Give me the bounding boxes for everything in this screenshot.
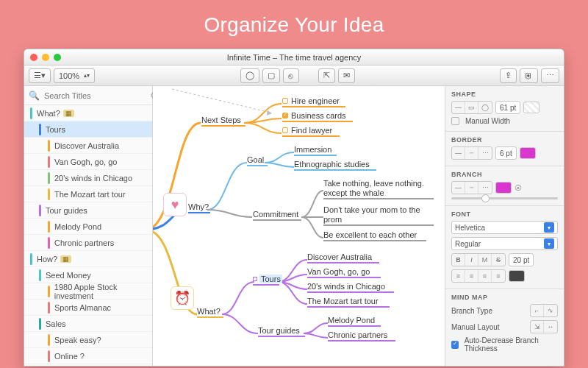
branch-reset-icon[interactable]: ⦿: [514, 184, 522, 192]
outline-row[interactable]: How?▦: [24, 251, 152, 267]
auto-thickness-label: Auto-Decrease Branch Thickness: [465, 336, 558, 353]
node-next-steps[interactable]: Next Steps: [201, 116, 245, 127]
font-color-swatch[interactable]: [509, 270, 525, 282]
node-20s[interactable]: 20's winds in Chicago: [307, 282, 394, 293]
outline-row[interactable]: Tours: [24, 121, 152, 138]
font-heading: FONT: [451, 210, 558, 218]
node-find-lawyer[interactable]: Find lawyer: [282, 126, 340, 137]
node-vangogh[interactable]: Van Gogh, go, go: [307, 267, 381, 278]
outline-row[interactable]: 20's winds in Chicago: [24, 170, 152, 186]
hero-title: Organize Your Idea: [0, 0, 588, 47]
outline-row[interactable]: Discover Australia: [24, 138, 152, 154]
minimize-icon[interactable]: [42, 54, 49, 61]
heart-icon: ♥: [163, 193, 187, 216]
border-heading: BORDER: [451, 136, 558, 144]
sidebar-toggle-button[interactable]: ☰▾: [29, 68, 51, 83]
branch-style-seg[interactable]: —┄⋯: [451, 181, 492, 194]
font-weight-select[interactable]: Regular▾: [451, 237, 558, 250]
toolbar: ☰▾ 100%▴▾ ◯ ▢ ⎋ ⇱ ✉ ⇪ ⛨ ⋯: [24, 66, 564, 86]
mindmap-heading: MIND MAP: [451, 294, 558, 301]
outline-row[interactable]: 1980 Apple Stock investment: [24, 283, 152, 300]
shape-style-seg[interactable]: —▭◯: [451, 101, 492, 114]
node-take-nothing[interactable]: Take nothing, leave nothing. except the …: [323, 179, 434, 199]
outline-sidebar: 🔍 ⚙ What?▦ToursDiscover AustraliaVan Gog…: [24, 86, 153, 366]
node-ethno[interactable]: Ethnographic studies: [294, 160, 376, 171]
outline-row[interactable]: Sports Almanac: [24, 300, 152, 316]
shape-fill-swatch[interactable]: [523, 102, 539, 113]
node-business-cards[interactable]: Business cards: [282, 111, 353, 122]
font-family-select[interactable]: Helvetica▾: [451, 221, 558, 234]
mindmap-canvas[interactable]: ♥ ⏰ Next Steps Hire engineer Business ca…: [153, 86, 445, 366]
branch-type-label: Branch Type: [451, 307, 492, 315]
text-align-seg[interactable]: ≡≡≡≡: [451, 269, 506, 283]
window-title: Infinite Time – The time travel agency: [24, 53, 564, 62]
outline-row[interactable]: Chronic partners: [24, 235, 152, 251]
outline-row[interactable]: Online ?: [24, 348, 152, 364]
inspector-panel: SHAPE —▭◯ 61 pt Manual Width BORDER —┄⋯ …: [445, 86, 564, 366]
outline-row[interactable]: Sales: [24, 316, 152, 332]
outline-row[interactable]: What?▦: [24, 105, 152, 121]
outline-row[interactable]: Van Gogh, go, go: [24, 154, 152, 170]
outline-row[interactable]: Tour guides: [24, 202, 152, 219]
tool-note-button[interactable]: ▢: [262, 68, 280, 83]
branch-type-seg[interactable]: ⌐∿: [530, 304, 558, 317]
tool-import-button[interactable]: ⇱: [318, 68, 335, 83]
node-tourguides[interactable]: Tour guides: [258, 326, 305, 337]
outline-row[interactable]: Speak easy?: [24, 332, 152, 348]
border-color-swatch[interactable]: [520, 147, 536, 159]
outline-list[interactable]: What?▦ToursDiscover AustraliaVan Gogh, g…: [24, 105, 152, 366]
node-excellent[interactable]: Be excellent to each other: [323, 230, 426, 241]
zoom-select[interactable]: 100%▴▾: [54, 68, 95, 83]
app-window: Infinite Time – The time travel agency ☰…: [24, 49, 564, 367]
node-prom[interactable]: Don't take your mom to the prom: [323, 205, 434, 226]
border-style-seg[interactable]: —┄⋯: [451, 146, 492, 160]
border-size-stepper[interactable]: 6 pt: [495, 146, 517, 160]
node-melody[interactable]: Melody Pond: [328, 316, 381, 327]
titlebar: Infinite Time – The time travel agency: [24, 49, 564, 66]
node-why[interactable]: Why?: [188, 202, 210, 213]
node-goal[interactable]: Goal: [247, 155, 268, 166]
close-icon[interactable]: [30, 54, 37, 61]
node-immersion[interactable]: Immersion: [294, 145, 337, 156]
manual-layout-seg[interactable]: ⇲↔: [530, 320, 558, 333]
manual-width-checkbox[interactable]: [451, 117, 459, 125]
node-what[interactable]: What?: [197, 307, 223, 318]
tool-circle-button[interactable]: ◯: [240, 68, 259, 83]
node-mozart[interactable]: The Mozart tart tour: [307, 297, 390, 308]
node-tours[interactable]: Tours: [253, 275, 282, 286]
tool-link-button[interactable]: ⎋: [283, 68, 299, 83]
font-style-seg[interactable]: B I M S: [451, 253, 506, 266]
share-button[interactable]: ⇪: [500, 68, 517, 83]
shape-size-stepper[interactable]: 61 pt: [495, 101, 520, 114]
shield-button[interactable]: ⛨: [520, 68, 538, 83]
manual-width-label: Manual Width: [465, 117, 510, 125]
manual-layout-label: Manual Layout: [451, 323, 500, 331]
node-discover[interactable]: Discover Australia: [307, 252, 379, 263]
node-commitment[interactable]: Commitment: [253, 210, 301, 221]
node-hire-engineer[interactable]: Hire engineer: [282, 96, 345, 107]
outline-row[interactable]: The Mozart tart tour: [24, 186, 152, 202]
tool-mail-button[interactable]: ✉: [338, 68, 355, 83]
branch-color-swatch[interactable]: [495, 182, 512, 194]
inspector-toggle-button[interactable]: ⋯: [541, 68, 559, 83]
branch-heading: BRANCH: [451, 171, 558, 178]
zoom-icon[interactable]: [54, 54, 61, 61]
outline-row[interactable]: Melody Pond: [24, 219, 152, 235]
font-size-stepper[interactable]: 20 pt: [509, 253, 534, 266]
auto-thickness-checkbox[interactable]: [451, 341, 459, 349]
node-chronic[interactable]: Chronic partners: [328, 330, 395, 342]
search-icon: 🔍: [29, 91, 40, 101]
outline-row[interactable]: Seed Money: [24, 267, 152, 283]
search-input[interactable]: [44, 91, 146, 100]
shape-heading: SHAPE: [451, 91, 558, 98]
clock-icon: ⏰: [171, 286, 194, 310]
branch-thickness-slider[interactable]: [451, 197, 558, 199]
